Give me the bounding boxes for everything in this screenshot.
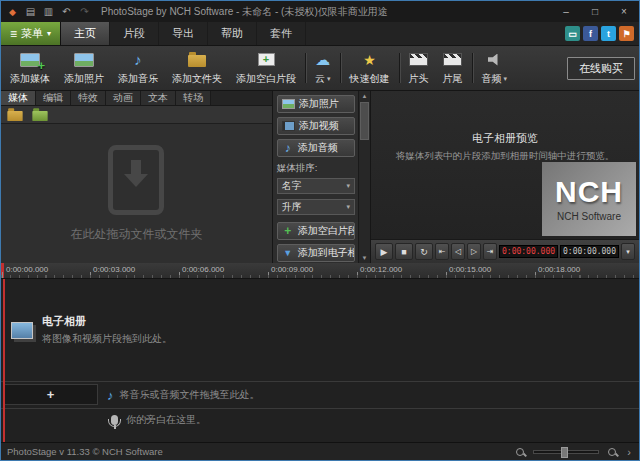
timecode-current: 0:00:00.000: [499, 245, 558, 258]
slideshow-track-title: 电子相册: [42, 314, 172, 329]
go-end-button[interactable]: ⇥: [483, 243, 497, 260]
menu-button[interactable]: ≡ 菜单 ▾: [1, 22, 61, 45]
timeline-ruler[interactable]: 0:00:00.000 0:00:03.000 0:00:06.000 0:00…: [1, 263, 639, 279]
panel-tab-effects[interactable]: 特效: [71, 91, 106, 105]
video-icon: [282, 121, 295, 131]
add-media-button[interactable]: 添加媒体: [3, 48, 57, 88]
chevron-right-icon[interactable]: ›: [625, 446, 633, 458]
add-blank-clip-button[interactable]: + 添加空白片段: [277, 222, 355, 240]
open-icon[interactable]: ▥: [41, 4, 56, 19]
add-track-button[interactable]: +: [3, 384, 98, 405]
microphone-icon: [111, 415, 118, 425]
tab-help[interactable]: 帮助: [208, 22, 257, 45]
panel-tab-edit[interactable]: 编辑: [36, 91, 71, 105]
library-panel: 媒体 编辑 特效 动画 文本 转场 在此处拖动文件或文件夹: [1, 91, 273, 263]
twitter-icon[interactable]: t: [601, 26, 616, 41]
credits-button[interactable]: 片尾: [436, 48, 470, 88]
minimize-button[interactable]: –: [553, 2, 579, 21]
save-icon[interactable]: ▤: [23, 4, 38, 19]
sort-order-select[interactable]: 升序 ▾: [277, 199, 355, 215]
cloud-button[interactable]: ☁ 云▾: [308, 48, 338, 88]
nch-logo: NCH NCH Software: [542, 162, 636, 236]
music-note-icon: ♪: [134, 52, 142, 67]
panel-tab-transitions[interactable]: 转场: [176, 91, 211, 105]
transport-bar: ▶ ■ ↻ ⇤ ◁ ▷ ⇥ 0:00:00.000 0:00:00.000 ▾: [371, 239, 639, 263]
sort-by-select[interactable]: 名字 ▾: [277, 178, 355, 194]
scroll-down-icon[interactable]: ▼: [359, 253, 370, 263]
media-dropzone[interactable]: 在此处拖动文件或文件夹: [1, 124, 272, 263]
transport-options-button[interactable]: ▾: [621, 243, 635, 260]
add-photo-button[interactable]: 添加照片: [57, 48, 111, 88]
add-to-album-button[interactable]: ▼ 添加到电子相册: [277, 244, 355, 262]
drop-file-icon: [108, 145, 164, 215]
speaker-icon: [488, 54, 501, 66]
step-back-button[interactable]: ◁: [451, 243, 465, 260]
tab-suite[interactable]: 套件: [257, 22, 306, 45]
scrollbar-thumb[interactable]: [360, 102, 369, 140]
zoom-slider-thumb[interactable]: [561, 447, 568, 458]
photo-icon: [74, 53, 94, 67]
version-text: PhotoStage v 11.33 © NCH Software: [7, 446, 163, 457]
go-start-button[interactable]: ⇤: [435, 243, 449, 260]
media-actions-panel: 添加照片 添加视频 ♪ 添加音频 媒体排序: 名字 ▾ 升序 ▾ + 添加空白片…: [273, 91, 371, 263]
tab-clips[interactable]: 片段: [110, 22, 159, 45]
play-button[interactable]: ▶: [375, 243, 393, 260]
ruler-label: 0:00:00.000: [6, 265, 48, 274]
slideshow-track-hint: 将图像和视频片段拖到此处。: [42, 332, 172, 346]
playhead-marker[interactable]: [1, 263, 4, 278]
music-note-icon: ♪: [107, 389, 114, 402]
slideshow-track[interactable]: 电子相册 将图像和视频片段拖到此处。: [1, 279, 639, 382]
ruler-label: 0:00:03.000: [93, 265, 135, 274]
ribbon-toolbar: 添加媒体 添加照片 ♪ 添加音乐 添加文件夹 添加空白片段 ☁ 云▾ ★ 快速创…: [1, 46, 639, 91]
add-folder-button[interactable]: 添加文件夹: [165, 48, 229, 88]
scroll-up-icon[interactable]: ▲: [359, 91, 370, 101]
hamburger-icon: ≡: [10, 27, 17, 41]
tab-home[interactable]: 主页: [61, 22, 110, 45]
playhead-line[interactable]: [3, 279, 5, 442]
window-title: PhotoStage by NCH Software - 未命名 - (未授权)…: [101, 5, 550, 19]
add-audio-list-button[interactable]: ♪ 添加音频: [277, 139, 355, 157]
cloud-icon: ☁: [315, 52, 330, 67]
zoom-out-icon[interactable]: [513, 445, 527, 459]
plus-icon: +: [282, 225, 294, 237]
flag-icon[interactable]: ⚑: [619, 26, 634, 41]
panel-tabs: 媒体 编辑 特效 动画 文本 转场: [1, 91, 272, 106]
facebook-icon[interactable]: f: [583, 26, 598, 41]
tab-export[interactable]: 导出: [159, 22, 208, 45]
audio-button[interactable]: 音频▾: [475, 48, 515, 88]
panel-tab-text[interactable]: 文本: [141, 91, 176, 105]
add-blank-slide-button[interactable]: 添加空白片段: [229, 48, 303, 88]
ruler-label: 0:00:09.000: [271, 265, 313, 274]
panel-tab-media[interactable]: 媒体: [1, 91, 36, 105]
zoom-in-icon[interactable]: [605, 445, 619, 459]
ruler-label: 0:00:15.000: [449, 265, 491, 274]
menu-button-label: 菜单: [21, 26, 43, 41]
add-photo-list-button[interactable]: 添加照片: [277, 95, 355, 113]
close-button[interactable]: ×: [611, 2, 637, 21]
add-video-list-button[interactable]: 添加视频: [277, 117, 355, 135]
add-music-button[interactable]: ♪ 添加音乐: [111, 48, 165, 88]
photostage-window: ◆ ▤ ▥ ↶ ↷ PhotoStage by NCH Software - 未…: [0, 0, 640, 461]
menu-bar: ≡ 菜单 ▾ 主页 片段 导出 帮助 套件 ▭ f t ⚑: [1, 22, 639, 46]
maximize-button[interactable]: □: [582, 2, 608, 21]
narration-track[interactable]: 你的旁白在这里。: [1, 409, 639, 431]
down-arrow-icon: ▼: [282, 249, 294, 258]
status-bar: PhotoStage v 11.33 © NCH Software ›: [1, 442, 639, 460]
quick-create-button[interactable]: ★ 快速创建: [343, 48, 397, 88]
preview-panel: 电子相册预览 将媒体列表中的片段添加到相册时间轴中进行预览。 NCH NCH S…: [371, 91, 639, 263]
undo-icon[interactable]: ↶: [59, 4, 74, 19]
add-files-button[interactable]: [5, 107, 25, 122]
media-scrollbar[interactable]: ▲ ▼: [358, 91, 370, 263]
cast-icon[interactable]: ▭: [565, 26, 580, 41]
step-forward-button[interactable]: ▷: [467, 243, 481, 260]
intro-button[interactable]: 片头: [402, 48, 436, 88]
loop-button[interactable]: ↻: [415, 243, 433, 260]
music-track[interactable]: + ♪ 将音乐或音频文件拖拽至此处。: [1, 382, 639, 409]
titlebar: ◆ ▤ ▥ ↶ ↷ PhotoStage by NCH Software - 未…: [1, 1, 639, 22]
panel-tab-animation[interactable]: 动画: [106, 91, 141, 105]
timeline-zoom-slider[interactable]: [533, 450, 599, 454]
redo-icon[interactable]: ↷: [77, 4, 92, 19]
stop-button[interactable]: ■: [395, 243, 413, 260]
add-folder-button[interactable]: [30, 107, 50, 122]
buy-online-button[interactable]: 在线购买: [567, 57, 635, 80]
